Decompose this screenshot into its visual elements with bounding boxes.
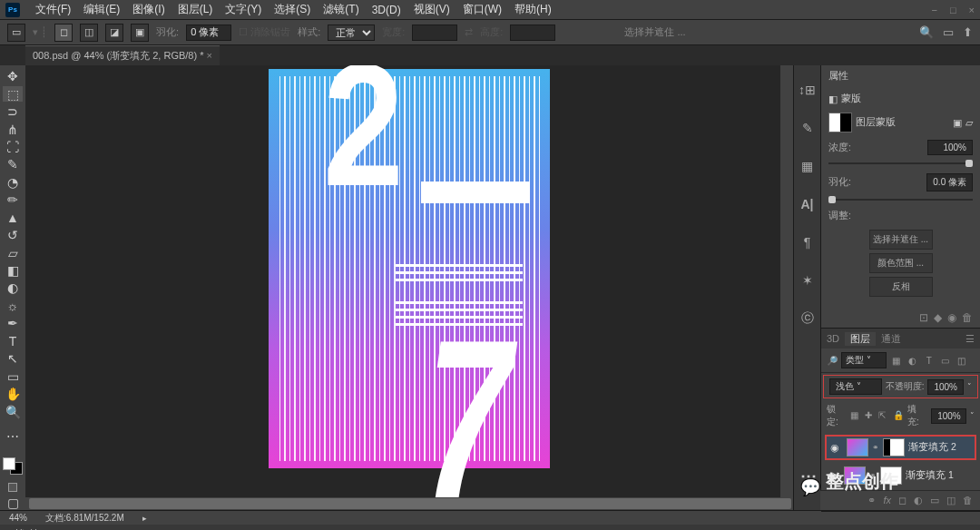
type-tool[interactable]: T <box>3 334 23 348</box>
apply-mask-icon[interactable]: ◆ <box>934 311 942 324</box>
fill-layer-icon[interactable]: ◐ <box>914 495 923 506</box>
minimize-icon[interactable]: − <box>931 5 936 15</box>
lock-artboard-icon[interactable]: ⇱ <box>878 410 889 421</box>
swatches-icon[interactable]: ▦ <box>799 158 816 174</box>
character-icon[interactable]: A| <box>799 196 816 212</box>
horizontal-scrollbar[interactable] <box>25 497 793 510</box>
history-icon[interactable]: ↕⊞ <box>799 82 816 98</box>
new-selection-icon[interactable]: ◻ <box>54 24 73 42</box>
filter-type-icon[interactable]: T <box>923 354 936 367</box>
layer-row[interactable]: ◉ ⚭ 渐变填充 2 <box>826 436 975 459</box>
density-value[interactable]: 100% <box>927 140 973 155</box>
menu-file[interactable]: 文件(F) <box>29 2 77 17</box>
menu-select[interactable]: 选择(S) <box>268 2 317 17</box>
zoom-level[interactable]: 44% <box>9 513 27 523</box>
eraser-tool[interactable]: ▱ <box>3 245 23 260</box>
link-icon[interactable]: ⚭ <box>872 443 879 452</box>
filter-adjust-icon[interactable]: ◐ <box>906 354 919 367</box>
visibility-icon[interactable]: ◉ <box>830 442 843 453</box>
tab-close-icon[interactable]: × <box>207 50 212 61</box>
history-brush-tool[interactable]: ↺ <box>3 228 23 242</box>
styles-icon[interactable]: ✶ <box>799 272 816 289</box>
subtract-selection-icon[interactable]: ◪ <box>105 24 123 42</box>
edit-toolbar-icon[interactable]: ⋯ <box>3 429 23 444</box>
timeline-panel[interactable]: 时间轴 <box>0 525 980 530</box>
opacity-value[interactable]: 100% <box>927 379 964 395</box>
heal-tool[interactable]: ◔ <box>3 175 23 190</box>
paragraph-icon[interactable]: ¶ <box>799 234 816 250</box>
invert-button[interactable]: 反相 <box>869 277 933 297</box>
properties-tab[interactable]: 属性 <box>821 65 980 85</box>
select-and-mask-button[interactable]: 选择并遮住 ... <box>624 25 685 39</box>
tab-3d[interactable]: 3D <box>821 333 845 344</box>
panel-menu-icon[interactable]: ☰ <box>960 333 980 345</box>
add-mask-icon[interactable]: ◻ <box>898 495 906 506</box>
library-icon[interactable]: ⓒ <box>799 310 816 327</box>
density-slider[interactable] <box>828 162 973 164</box>
mask-thumbnail[interactable] <box>883 438 905 456</box>
new-layer-icon[interactable]: ◫ <box>946 495 956 506</box>
lasso-tool[interactable]: ⊃ <box>3 104 23 119</box>
document-tab[interactable]: 008.psd @ 44% (渐变填充 2, RGB/8) * × <box>25 45 220 65</box>
trash-icon[interactable]: 🗑 <box>963 495 973 506</box>
share-icon[interactable]: ⬆ <box>963 25 973 39</box>
prop-feather-value[interactable]: 0.0 像素 <box>926 173 973 191</box>
search-icon[interactable]: 🔍 <box>919 25 934 39</box>
vector-mask-icon[interactable]: ▱ <box>965 117 973 128</box>
filter-search-icon[interactable]: 🔎 <box>827 356 838 366</box>
crop-tool[interactable]: ⛶ <box>3 140 23 154</box>
menu-help[interactable]: 帮助(H) <box>508 2 558 17</box>
tab-channels[interactable]: 通道 <box>876 332 906 346</box>
maximize-icon[interactable]: □ <box>950 5 956 15</box>
intersect-selection-icon[interactable]: ▣ <box>131 24 149 42</box>
menu-filter[interactable]: 滤镜(T) <box>317 2 365 17</box>
disable-mask-icon[interactable]: ◉ <box>947 311 956 324</box>
pen-tool[interactable]: ✒ <box>3 316 23 330</box>
zoom-tool[interactable]: 🔍 <box>3 404 23 418</box>
lock-position-icon[interactable]: ✚ <box>865 410 876 421</box>
workspace-icon[interactable]: ▭ <box>943 25 954 39</box>
tab-layers[interactable]: 图层 <box>845 332 876 346</box>
filter-image-icon[interactable]: ▦ <box>890 354 903 367</box>
mask-thumbnail[interactable] <box>828 113 852 132</box>
canvas-area[interactable]: 2 7 <box>25 65 793 510</box>
link-layers-icon[interactable]: ⚭ <box>867 495 876 506</box>
brush-tool[interactable]: ✏ <box>3 192 23 207</box>
layer-name[interactable]: 渐变填充 2 <box>908 441 971 454</box>
hand-tool[interactable]: ✋ <box>3 387 23 401</box>
style-select[interactable]: 正常 <box>328 25 375 41</box>
blur-tool[interactable]: ◐ <box>3 280 23 295</box>
move-tool[interactable]: ✥ <box>3 69 23 83</box>
menu-layer[interactable]: 图层(L) <box>172 2 220 17</box>
screenmode-icon[interactable]: ▢ <box>3 495 23 509</box>
filter-type-select[interactable]: 类型 ˅ <box>841 352 887 368</box>
delete-mask-icon[interactable]: 🗑 <box>962 311 973 324</box>
lock-pixels-icon[interactable]: ▦ <box>850 410 861 421</box>
menu-image[interactable]: 图像(I) <box>126 2 171 17</box>
feather-input[interactable] <box>186 25 231 41</box>
load-selection-icon[interactable]: ⊡ <box>919 311 928 324</box>
layer-thumbnail[interactable] <box>847 438 868 456</box>
filter-smart-icon[interactable]: ◫ <box>956 354 968 367</box>
group-icon[interactable]: ▭ <box>930 495 939 506</box>
doc-size[interactable]: 文档:6.81M/152.2M <box>45 512 124 525</box>
layer-name[interactable]: 渐变填充 1 <box>906 469 974 482</box>
pixel-mask-icon[interactable]: ▣ <box>953 117 962 128</box>
vertical-scrollbar[interactable] <box>780 65 793 497</box>
dodge-tool[interactable]: ☼ <box>3 299 23 313</box>
fx-icon[interactable]: fx <box>883 495 891 506</box>
add-selection-icon[interactable]: ◫ <box>80 24 98 42</box>
menu-type[interactable]: 文字(Y) <box>219 2 268 17</box>
lock-all-icon[interactable]: 🔒 <box>893 410 904 421</box>
quickmask-icon[interactable] <box>8 483 17 492</box>
menu-3d[interactable]: 3D(D) <box>366 4 407 16</box>
wand-tool[interactable]: ⋔ <box>3 122 23 136</box>
fill-value[interactable]: 100% <box>931 408 966 424</box>
menu-window[interactable]: 窗口(W) <box>456 2 508 17</box>
color-range-button[interactable]: 颜色范围 ... <box>869 253 933 273</box>
filter-shape-icon[interactable]: ▭ <box>939 354 952 367</box>
feather-slider[interactable] <box>828 199 973 201</box>
stamp-tool[interactable]: ▲ <box>3 211 23 225</box>
eyedropper-tool[interactable]: ✎ <box>3 157 23 172</box>
blend-mode-select[interactable]: 浅色 ˅ <box>829 378 882 395</box>
